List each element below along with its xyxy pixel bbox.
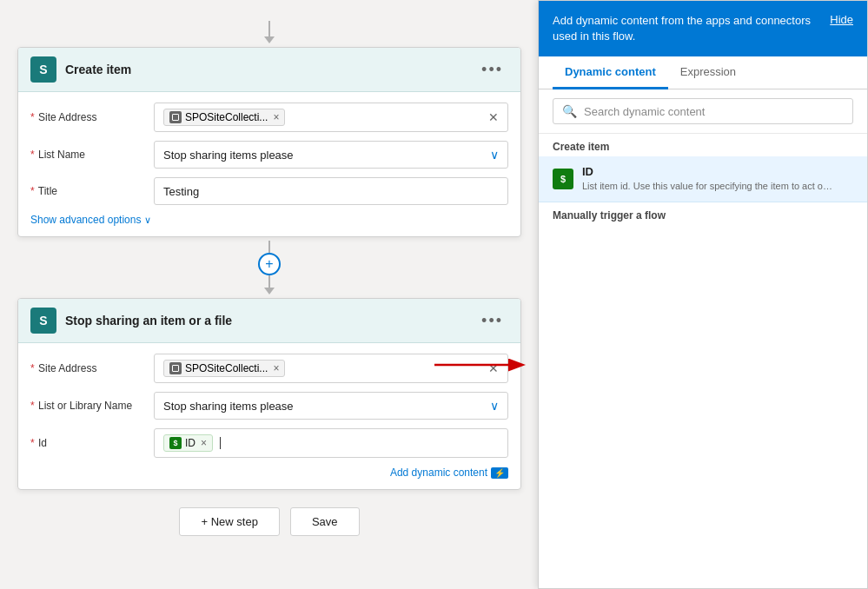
bottom-buttons-row: + New step Save: [179, 507, 359, 536]
dynamic-item-id-icon: $: [553, 169, 573, 189]
card2-menu-button[interactable]: •••: [476, 310, 508, 332]
dynamic-item-id-info: ID List item id. Use this value for spec…: [582, 165, 853, 192]
card1-header: S Create item •••: [18, 48, 520, 92]
dynamic-content-panel: Add dynamic content from the apps and co…: [538, 0, 868, 589]
panel-header-text: Add dynamic content from the apps and co…: [553, 13, 830, 44]
card2-icon: S: [30, 308, 56, 334]
card1-site-clear-btn[interactable]: ✕: [488, 110, 499, 124]
tag2-close-btn[interactable]: ×: [273, 362, 279, 374]
card1-title-row: * Title Testing: [30, 177, 508, 205]
card1-site-address-tag: SPOSiteCollecti... ×: [163, 109, 285, 126]
card2-list-name-row: * List or Library Name Stop sharing item…: [30, 392, 508, 420]
search-placeholder-text: Search dynamic content: [584, 105, 705, 118]
dynamic-item-id[interactable]: $ ID List item id. Use this value for sp…: [539, 156, 867, 202]
tag-icon: [169, 111, 182, 123]
add-step-button[interactable]: +: [258, 253, 281, 275]
dynamic-item-id-desc: List item id. Use this value for specify…: [582, 180, 834, 192]
card1-site-address-row: * Site Address SPOSiteCollecti... × ✕: [30, 103, 508, 132]
card1-site-address-label: * Site Address: [30, 111, 143, 123]
card2-body: * Site Address SPOSiteCollecti... × ✕: [18, 343, 520, 489]
dropdown-arrow-icon-2: ∨: [490, 399, 499, 413]
card2-site-address-row: * Site Address SPOSiteCollecti... × ✕: [30, 354, 508, 383]
tag-close-btn[interactable]: ×: [273, 111, 279, 123]
card1-title-input[interactable]: Testing: [154, 177, 508, 205]
card2-header: S Stop sharing an item or a file •••: [18, 299, 520, 343]
add-dynamic-content-link[interactable]: Add dynamic content ⚡: [390, 467, 508, 479]
dynamic-item-id-title: ID: [582, 165, 853, 178]
panel-header: Add dynamic content from the apps and co…: [539, 1, 867, 56]
card2-id-row: * Id $ ID ×: [30, 428, 508, 458]
card2-site-address-tag: SPOSiteCollecti... ×: [163, 360, 285, 377]
card1-menu-button[interactable]: •••: [476, 59, 508, 81]
card1-list-name-dropdown[interactable]: Stop sharing items please ∨: [154, 141, 508, 169]
search-box[interactable]: 🔍 Search dynamic content: [553, 98, 853, 124]
section-create-item-label: Create item: [539, 134, 867, 156]
dropdown-arrow-icon: ∨: [490, 148, 499, 162]
card1-site-address-input[interactable]: SPOSiteCollecti... × ✕: [154, 103, 508, 132]
panel-hide-button[interactable]: Hide: [830, 13, 853, 26]
add-dynamic-row: Add dynamic content ⚡: [30, 467, 508, 479]
card2-site-address-input[interactable]: SPOSiteCollecti... × ✕: [154, 354, 508, 383]
tag-icon-2: [169, 362, 182, 374]
card1-title-label: * Title: [30, 185, 143, 197]
plus-connector: +: [258, 241, 281, 294]
create-item-card: S Create item ••• * Site Address: [17, 47, 521, 237]
save-button[interactable]: Save: [290, 507, 360, 536]
card2-list-name-dropdown[interactable]: Stop sharing items please ∨: [154, 392, 508, 420]
card2-site-clear-btn[interactable]: ✕: [488, 361, 499, 375]
id-tag-icon: $: [169, 437, 182, 449]
new-step-button[interactable]: + New step: [179, 507, 279, 536]
section-manually-trigger-label: Manually trigger a flow: [539, 202, 867, 225]
panel-search-container: 🔍 Search dynamic content: [539, 89, 867, 134]
card1-title: Create item: [65, 63, 467, 76]
top-connector: [264, 21, 275, 43]
text-cursor: [220, 437, 221, 449]
chevron-down-icon: ∨: [144, 215, 151, 226]
card2-title: Stop sharing an item or a file: [65, 314, 467, 328]
id-tag-close-btn[interactable]: ×: [201, 437, 207, 449]
card1-list-name-label: * List Name: [30, 149, 143, 161]
card1-icon: S: [30, 56, 56, 83]
connector-arrow: [264, 288, 275, 294]
tab-dynamic-content[interactable]: Dynamic content: [553, 56, 668, 89]
stop-sharing-card: S Stop sharing an item or a file ••• * S…: [17, 298, 521, 490]
tab-expression[interactable]: Expression: [668, 56, 748, 89]
show-advanced-link[interactable]: Show advanced options ∨: [30, 214, 508, 226]
add-dynamic-badge: ⚡: [491, 467, 508, 479]
search-icon: 🔍: [562, 104, 577, 118]
connector-line-bottom: [268, 275, 270, 288]
connector-line-top: [268, 241, 270, 253]
card2-list-name-label: * List or Library Name: [30, 400, 143, 412]
panel-tabs: Dynamic content Expression: [539, 56, 867, 89]
card2-id-label: * Id: [30, 437, 143, 449]
card1-list-name-row: * List Name Stop sharing items please ∨: [30, 141, 508, 169]
card1-body: * Site Address SPOSiteCollecti... × ✕: [18, 92, 520, 236]
card2-id-input[interactable]: $ ID ×: [154, 428, 508, 458]
card2-site-address-label: * Site Address: [30, 362, 143, 374]
id-tag: $ ID ×: [163, 434, 213, 452]
